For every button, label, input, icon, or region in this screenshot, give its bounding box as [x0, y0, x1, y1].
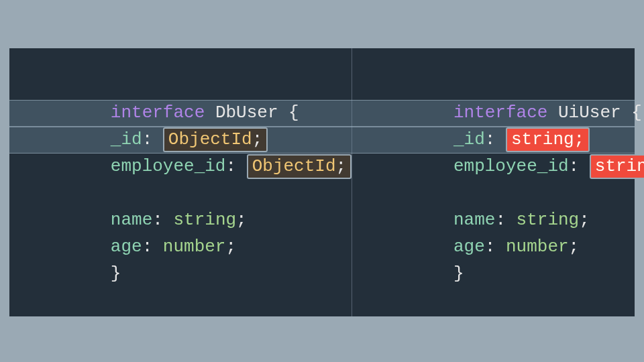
type-string-highlight: string;: [590, 154, 644, 179]
type-name-dbuser: DbUser: [215, 103, 278, 123]
prop-name: name: [111, 210, 152, 230]
close-brace: }: [111, 263, 121, 284]
colon: :: [225, 156, 246, 176]
type-objectid-highlight: ObjectId;: [247, 154, 352, 179]
code-col-left: interface DbUser { _id: ObjectId; employ…: [9, 48, 352, 316]
colon: :: [485, 129, 506, 149]
colon: :: [142, 129, 163, 149]
keyword-interface: interface: [453, 103, 547, 123]
prop-age: age: [453, 237, 485, 257]
slide-stage: interface DbUser { _id: ObjectId; employ…: [0, 0, 644, 362]
prop-age: age: [111, 237, 142, 257]
type-number: number: [506, 237, 569, 257]
keyword-interface: interface: [111, 103, 205, 123]
prop-_id: _id: [111, 129, 142, 149]
decl-line: interface DbUser {: [27, 72, 352, 99]
open-brace: {: [278, 103, 299, 123]
type-string: string: [517, 210, 580, 230]
type-name-uiuser: UiUser: [558, 103, 621, 123]
code-diff-panel: interface DbUser { _id: ObjectId; employ…: [9, 48, 635, 316]
type-string-highlight: string;: [506, 127, 590, 152]
colon: :: [569, 156, 590, 176]
decl-line: interface UiUser {: [370, 72, 644, 99]
type-string: string: [173, 210, 236, 230]
prop-employee_id: employee_id: [111, 156, 226, 176]
open-brace: {: [621, 103, 642, 123]
type-number: number: [163, 237, 226, 257]
prop-employee_id: employee_id: [453, 156, 569, 176]
code-col-right: interface UiUser { _id: string; employee…: [352, 48, 644, 316]
type-objectid-highlight: ObjectId;: [163, 127, 268, 152]
close-brace: }: [453, 263, 464, 284]
prop-_id: _id: [453, 129, 485, 149]
prop-name: name: [453, 210, 495, 230]
